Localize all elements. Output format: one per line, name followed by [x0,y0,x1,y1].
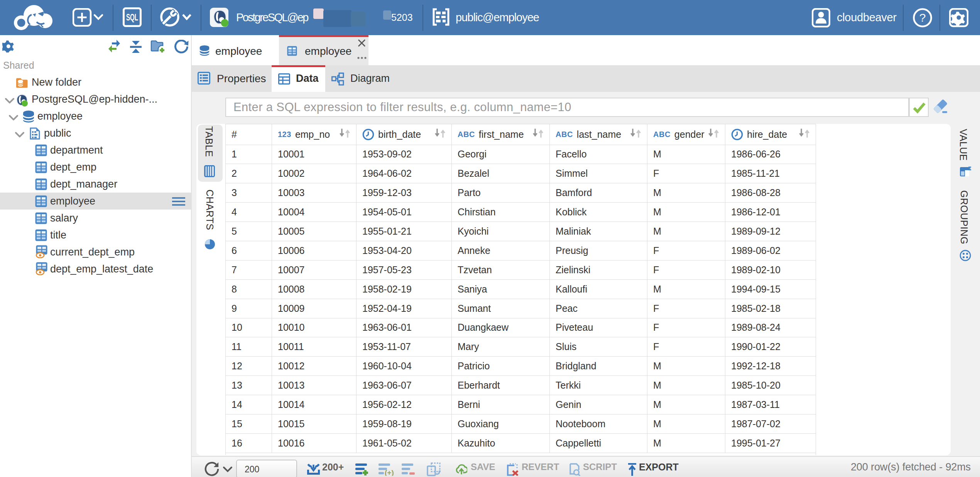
svg-text:?: ? [919,11,926,24]
svg-text:(+): (+) [385,469,394,476]
